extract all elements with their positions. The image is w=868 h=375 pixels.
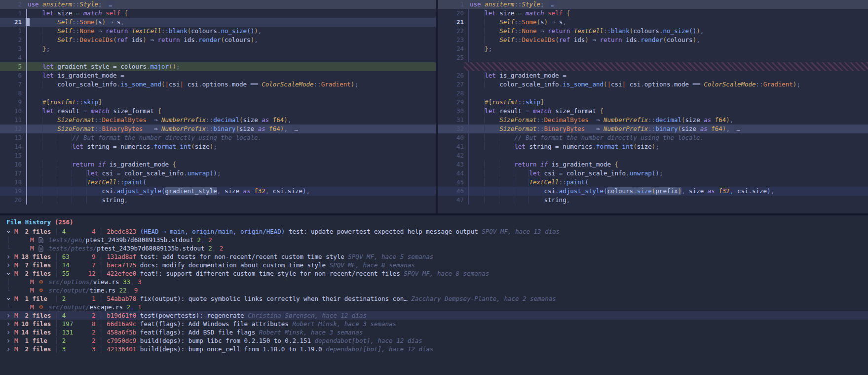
code-text[interactable]: let string = numerics.format_int(size); bbox=[464, 142, 868, 151]
code-line[interactable]: 11 SizeFormat::DecimalBytes ⇒ NumberPref… bbox=[0, 116, 436, 125]
code-text[interactable] bbox=[22, 53, 436, 62]
commit-row[interactable]: M 1 file │ 2 1 │ 54abab78 fix(output): q… bbox=[0, 294, 868, 303]
code-text[interactable] bbox=[464, 53, 868, 62]
code-line[interactable]: 6 let is_gradient_mode = bbox=[0, 71, 436, 80]
code-line[interactable]: 21 Self::Some(s) ⇒ s, bbox=[438, 18, 868, 27]
code-text[interactable]: }; bbox=[464, 44, 868, 53]
code-line[interactable]: 22 Self::None ⇒ return TextCell::blank(c… bbox=[438, 27, 868, 36]
code-text[interactable]: SizeFormat::BinaryBytes ⇒ NumberPrefix::… bbox=[464, 125, 868, 133]
code-text[interactable]: let size = match self { bbox=[464, 9, 868, 18]
code-text[interactable]: // But format the number directly using … bbox=[464, 133, 868, 142]
code-text[interactable]: TextCell::paint( bbox=[22, 178, 436, 187]
code-text[interactable] bbox=[22, 89, 436, 98]
file-row[interactable]: │M ⚙ src/options/view.rs 33, 3 bbox=[0, 278, 868, 286]
code-text[interactable] bbox=[464, 62, 868, 71]
code-line[interactable]: 3 }; bbox=[0, 44, 436, 53]
code-line[interactable]: 15 bbox=[0, 151, 436, 160]
chevron-down-icon[interactable] bbox=[6, 230, 14, 234]
code-text[interactable] bbox=[464, 89, 868, 98]
code-line[interactable]: 42 bbox=[438, 151, 868, 160]
code-text[interactable]: use ansiterm::Style; … bbox=[464, 0, 868, 9]
chevron-right-icon[interactable] bbox=[6, 263, 14, 267]
diff-pane-left[interactable]: 2use ansiterm::Style; …1 let size = matc… bbox=[0, 0, 436, 213]
code-line[interactable]: 18 TextCell::paint( bbox=[0, 178, 436, 187]
code-line[interactable]: 45 TextCell::paint( bbox=[438, 178, 868, 187]
chevron-right-icon[interactable] bbox=[6, 322, 14, 326]
code-text[interactable]: }; bbox=[22, 44, 436, 53]
code-text[interactable]: #[rustfmt::skip] bbox=[22, 98, 436, 107]
code-line[interactable]: 4 bbox=[0, 53, 436, 62]
code-text[interactable]: let result = match size_format { bbox=[464, 107, 868, 116]
code-line[interactable]: 2use ansiterm::Style; … bbox=[0, 0, 436, 9]
code-line[interactable]: 13 // But format the number directly usi… bbox=[0, 133, 436, 142]
commit-row[interactable]: M10 files │ 197 8 │ 66d16a9c feat(flags)… bbox=[0, 320, 868, 328]
code-line[interactable]: 26 let is_gradient_mode = bbox=[438, 71, 868, 80]
code-text[interactable]: color_scale_info.is_some_and(|csi| csi.o… bbox=[22, 80, 436, 89]
code-line[interactable]: 5 let gradient_style = colours.major(); bbox=[0, 62, 436, 71]
code-text[interactable]: Self::None ⇒ return TextCell::blank(colo… bbox=[464, 27, 868, 36]
code-text[interactable]: SizeFormat::DecimalBytes ⇒ NumberPrefix:… bbox=[22, 116, 436, 125]
code-line[interactable]: 47 string, bbox=[438, 196, 868, 205]
commit-row[interactable]: M 2 files │ 4 4 │ 2bedc823 (HEAD → main,… bbox=[0, 227, 868, 236]
commit-row[interactable]: M 1 file │ 2 2 │ c7950dc9 build(deps): b… bbox=[0, 336, 868, 345]
code-text[interactable]: Self::DeviceIDs(ref ids) ⇒ return ids.re… bbox=[22, 36, 436, 44]
code-line[interactable]: 43 return if is_gradient_mode { bbox=[438, 160, 868, 169]
code-text[interactable] bbox=[464, 151, 868, 160]
code-text[interactable]: let csi = color_scale_info.unwrap(); bbox=[22, 169, 436, 178]
code-line[interactable]: 1use ansiterm::Style; … bbox=[438, 0, 868, 9]
code-line[interactable]: 41 let string = numerics.format_int(size… bbox=[438, 142, 868, 151]
code-text[interactable]: string, bbox=[22, 196, 436, 205]
code-line[interactable]: 1 Self::None ⇒ return TextCell::blank(co… bbox=[0, 27, 436, 36]
code-line[interactable]: 21 Self::Some(s) ⇒ s, bbox=[0, 18, 436, 27]
code-text[interactable]: let is_gradient_mode = bbox=[22, 71, 436, 80]
code-text[interactable]: csi.adjust_style(gradient_style, size as… bbox=[22, 187, 436, 196]
chevron-right-icon[interactable] bbox=[6, 314, 14, 318]
code-text[interactable]: let gradient_style = colours.major(); bbox=[22, 62, 436, 71]
code-text[interactable]: Self::DeviceIDs(ref ids) ⇒ return ids.re… bbox=[464, 36, 868, 44]
code-line[interactable]: 28 bbox=[438, 89, 868, 98]
code-text[interactable]: Self::None ⇒ return TextCell::blank(colo… bbox=[22, 27, 436, 36]
commit-row[interactable]: M14 files │ 131 2 │ 458a6f5b feat(flags)… bbox=[0, 328, 868, 336]
code-line[interactable]: 31 SizeFormat::DecimalBytes ⇒ NumberPref… bbox=[438, 116, 868, 125]
code-line[interactable]: 10 let result = match size_format { bbox=[0, 107, 436, 116]
code-text[interactable]: use ansiterm::Style; … bbox=[22, 0, 436, 9]
code-text[interactable]: // But format the number directly using … bbox=[22, 133, 436, 142]
code-text[interactable]: Self::Some(s) ⇒ s, bbox=[464, 18, 868, 27]
commit-row[interactable]: M 2 files │ 3 3 │ 42136401 build(deps): … bbox=[0, 345, 868, 353]
code-text[interactable]: return if is_gradient_mode { bbox=[464, 160, 868, 169]
code-text[interactable]: let size = match self { bbox=[22, 9, 436, 18]
code-text[interactable]: color_scale_info.is_some_and(|csi| csi.o… bbox=[464, 80, 868, 89]
code-line[interactable]: 8 bbox=[0, 89, 436, 98]
code-line[interactable]: 17 let csi = color_scale_info.unwrap(); bbox=[0, 169, 436, 178]
chevron-down-icon[interactable] bbox=[6, 297, 14, 301]
file-row[interactable]: └M tests/ptests/ptest_2439b7d68089135b.s… bbox=[0, 244, 868, 252]
code-line[interactable]: 12 SizeFormat::BinaryBytes ⇒ NumberPrefi… bbox=[0, 125, 436, 133]
code-line[interactable]: 46 csi.adjust_style(colours.size(prefix)… bbox=[438, 187, 868, 196]
code-line[interactable]: 32 SizeFormat::BinaryBytes ⇒ NumberPrefi… bbox=[438, 125, 868, 133]
code-line[interactable]: 9 #[rustfmt::skip] bbox=[0, 98, 436, 107]
chevron-right-icon[interactable] bbox=[6, 331, 14, 334]
code-line[interactable]: 40 // But format the number directly usi… bbox=[438, 133, 868, 142]
code-text[interactable]: let csi = color_scale_info.unwrap(); bbox=[464, 169, 868, 178]
code-line[interactable]: 29 #[rustfmt::skip] bbox=[438, 98, 868, 107]
code-text[interactable]: SizeFormat::DecimalBytes ⇒ NumberPrefix:… bbox=[464, 116, 868, 125]
code-text[interactable]: Self::Some(s) ⇒ s, bbox=[22, 18, 436, 27]
code-line[interactable]: 20 let size = match self { bbox=[438, 9, 868, 18]
code-line[interactable]: 1 let size = match self { bbox=[0, 9, 436, 18]
code-text[interactable]: let result = match size_format { bbox=[22, 107, 436, 116]
code-line[interactable]: 30 let result = match size_format { bbox=[438, 107, 868, 116]
code-line[interactable]: 20 string, bbox=[0, 196, 436, 205]
code-text[interactable]: let is_gradient_mode = bbox=[464, 71, 868, 80]
code-text[interactable]: let string = numerics.format_int(size); bbox=[22, 142, 436, 151]
code-line[interactable]: 24 }; bbox=[438, 44, 868, 53]
code-text[interactable]: #[rustfmt::skip] bbox=[464, 98, 868, 107]
code-line[interactable]: 44 let csi = color_scale_info.unwrap(); bbox=[438, 169, 868, 178]
code-line[interactable]: 14 let string = numerics.format_int(size… bbox=[0, 142, 436, 151]
code-text[interactable]: SizeFormat::BinaryBytes ⇒ NumberPrefix::… bbox=[22, 125, 436, 133]
code-line[interactable]: 19 csi.adjust_style(gradient_style, size… bbox=[0, 187, 436, 196]
code-line[interactable]: 16 return if is_gradient_mode { bbox=[0, 160, 436, 169]
file-row[interactable]: └M ⚙ src/output/escape.rs 2, 1 bbox=[0, 303, 868, 311]
code-line[interactable]: 23 Self::DeviceIDs(ref ids) ⇒ return ids… bbox=[438, 36, 868, 44]
commit-row[interactable]: M 7 files │ 14 7 │ baca7175 docs: modify… bbox=[0, 261, 868, 269]
chevron-right-icon[interactable] bbox=[6, 339, 14, 343]
